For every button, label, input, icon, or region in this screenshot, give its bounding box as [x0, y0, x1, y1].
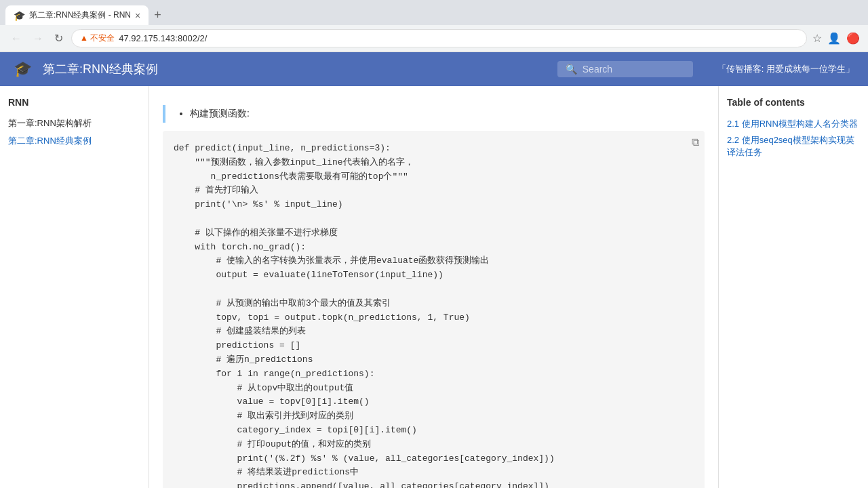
back-button[interactable]: ← — [8, 30, 24, 47]
address-bar: ← → ↻ ▲ 不安全 47.92.175.143:8002/2/ ☆ 👤 🔴 — [0, 25, 868, 52]
sidebar: RNN 第一章:RNN架构解析 第二章:RNN经典案例 — [0, 86, 149, 488]
search-bar[interactable]: 🔍 — [557, 61, 693, 77]
security-warning: ▲ 不安全 — [80, 33, 115, 44]
jupyter-title: 第二章:RNN经典案例 — [43, 61, 158, 77]
main-layout: RNN 第一章:RNN架构解析 第二章:RNN经典案例 构建预测函数: ⧉def… — [0, 86, 868, 488]
tab-bar: 🎓 第二章:RNN经典案例 - RNN × + — [0, 0, 868, 25]
toc-item-2[interactable]: 2.2 使用seq2seq模型架构实现英译法任务 — [727, 132, 860, 161]
bookmark-button[interactable]: ☆ — [812, 32, 822, 45]
code-text-1: def predict(input_line, n_predictions=3)… — [174, 143, 555, 488]
toc-title: Table of contents — [727, 97, 860, 108]
browser-chrome: 🎓 第二章:RNN经典案例 - RNN × + ← → ↻ ▲ 不安全 47.9… — [0, 0, 868, 52]
address-input[interactable]: ▲ 不安全 47.92.175.143:8002/2/ — [71, 29, 807, 47]
tab-title: 第二章:RNN经典案例 - RNN — [29, 9, 131, 21]
toc-panel: Table of contents 2.1 使用RNN模型构建人名分类器 2.2… — [719, 86, 868, 488]
toolbar-icons: ☆ 👤 🔴 — [812, 32, 860, 45]
jupyter-logo-icon: 🎓 — [14, 60, 32, 78]
reload-button[interactable]: ↻ — [52, 29, 66, 47]
sidebar-title: RNN — [8, 97, 140, 108]
blockquote-1: 构建预测函数: — [163, 105, 705, 123]
browser-tab[interactable]: 🎓 第二章:RNN经典案例 - RNN × — [5, 5, 149, 25]
content-area: 构建预测函数: ⧉def predict(input_line, n_predi… — [149, 86, 719, 488]
tab-close-button[interactable]: × — [135, 10, 140, 21]
search-icon: 🔍 — [566, 64, 577, 75]
sidebar-item-chapter2[interactable]: 第二章:RNN经典案例 — [8, 132, 140, 150]
profile-button[interactable]: 👤 — [827, 32, 841, 45]
jupyter-header: 🎓 第二章:RNN经典案例 🔍 「传智播客: 用爱成就每一位学生」 — [0, 52, 868, 86]
toc-item-1[interactable]: 2.1 使用RNN模型构建人名分类器 — [727, 116, 860, 132]
sidebar-item-chapter1[interactable]: 第一章:RNN架构解析 — [8, 115, 140, 132]
address-text: 47.92.175.143:8002/2/ — [119, 33, 798, 43]
search-input[interactable] — [583, 64, 664, 75]
user-label: 「传智播客: 用爱成就每一位学生」 — [717, 63, 854, 75]
bullet-point-1: 构建预测函数: — [190, 105, 705, 123]
forward-button[interactable]: → — [30, 30, 46, 47]
new-tab-button[interactable]: + — [149, 5, 167, 25]
extension-button[interactable]: 🔴 — [846, 32, 860, 45]
tab-icon: 🎓 — [14, 10, 25, 21]
code-block-1: ⧉def predict(input_line, n_predictions=3… — [163, 131, 705, 488]
copy-button-1[interactable]: ⧉ — [692, 136, 699, 148]
